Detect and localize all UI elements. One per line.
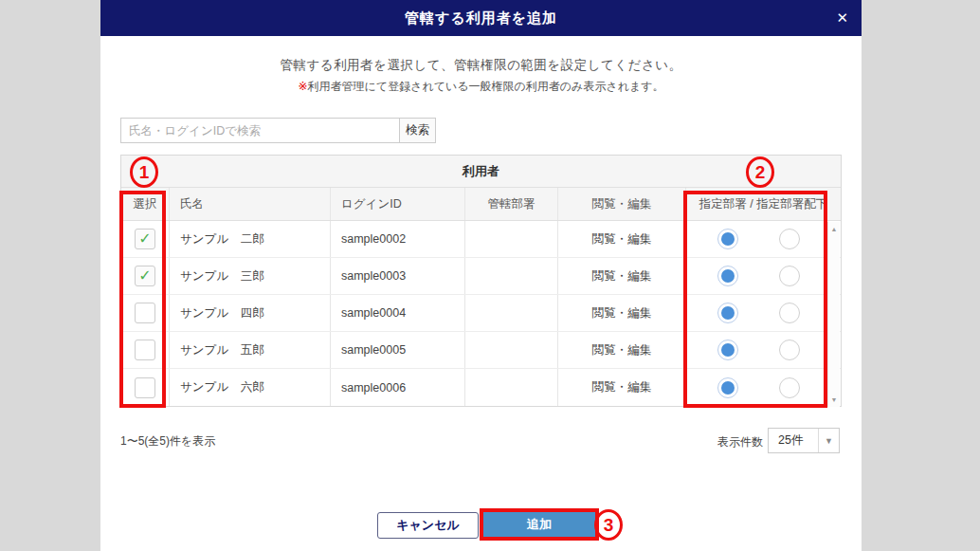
annotation-circle-3: 3 <box>594 509 623 541</box>
row-name: サンプル 五郎 <box>170 332 331 368</box>
table-header-row: 選択 氏名 ログインID 管轄部署 閲覧・編集 指定部署 / 指定部署配下 <box>121 188 841 221</box>
search-button[interactable]: 検索 <box>400 118 436 143</box>
note-asterisk: ※ <box>299 80 308 93</box>
table-row: ✓ サンプル 三郎 sample0003 閲覧・編集 <box>121 258 841 295</box>
column-header-select: 選択 <box>121 188 170 220</box>
row-login-id: sample0004 <box>331 295 465 331</box>
dialog-header: 管轄する利用者を追加 ✕ <box>100 0 862 36</box>
column-header-scope: 指定部署 / 指定部署配下 <box>686 188 841 220</box>
check-icon: ✓ <box>138 231 151 247</box>
row-permission: 閲覧・編集 <box>558 295 686 331</box>
chevron-down-icon[interactable]: ▼ <box>818 429 839 452</box>
dialog-note: ※利用者管理にて登録されている一般権限の利用者のみ表示されます。 <box>100 79 862 95</box>
dialog-title: 管轄する利用者を追加 <box>405 9 557 28</box>
page-size-label: 表示件数 <box>717 434 763 450</box>
table-row: ✓ サンプル 五郎 sample0005 閲覧・編集 <box>121 332 841 369</box>
note-text: 利用者管理にて登録されている一般権限の利用者のみ表示されます。 <box>308 80 664 93</box>
radio-designated-department[interactable] <box>717 377 738 398</box>
column-header-login-id: ログインID <box>331 188 465 220</box>
radio-dot <box>721 381 735 395</box>
row-checkbox[interactable]: ✓ <box>135 266 155 286</box>
table-row: ✓ サンプル 二郎 sample0002 閲覧・編集 <box>121 221 841 258</box>
row-department <box>465 258 558 294</box>
column-header-department: 管轄部署 <box>465 188 558 220</box>
table-body: ✓ サンプル 二郎 sample0002 閲覧・編集 ✓ サンプル 三郎 sam… <box>121 221 841 406</box>
radio-under-designated-department[interactable] <box>779 377 800 398</box>
row-permission: 閲覧・編集 <box>558 332 686 368</box>
table-scrollbar[interactable]: ▲ ▼ <box>827 222 840 407</box>
radio-designated-department[interactable] <box>717 266 738 286</box>
page-size-select[interactable]: 25件 ▼ <box>768 428 840 453</box>
row-login-id: sample0006 <box>331 369 465 406</box>
scope-radio-group <box>686 377 841 398</box>
row-name: サンプル 四郎 <box>170 295 331 331</box>
row-department <box>465 221 558 257</box>
row-checkbox[interactable]: ✓ <box>135 229 155 249</box>
scroll-down-icon[interactable]: ▼ <box>828 396 840 403</box>
radio-dot <box>721 232 735 246</box>
row-login-id: sample0002 <box>331 221 465 257</box>
search-input[interactable] <box>120 118 400 143</box>
scope-radio-group <box>686 229 841 249</box>
column-header-permission: 閲覧・編集 <box>558 188 686 220</box>
column-header-name: 氏名 <box>170 188 331 220</box>
row-name: サンプル 三郎 <box>170 258 331 294</box>
close-icon[interactable]: ✕ <box>836 0 848 36</box>
search-bar: 検索 <box>120 118 436 143</box>
row-permission: 閲覧・編集 <box>558 221 686 257</box>
radio-under-designated-department[interactable] <box>779 266 800 286</box>
row-checkbox[interactable]: ✓ <box>135 340 155 360</box>
row-login-id: sample0003 <box>331 258 465 294</box>
row-permission: 閲覧・編集 <box>558 369 686 406</box>
row-checkbox[interactable]: ✓ <box>135 303 155 323</box>
row-department <box>465 369 558 406</box>
cancel-button[interactable]: キャンセル <box>377 512 479 539</box>
radio-dot <box>721 269 735 283</box>
radio-dot <box>721 343 735 357</box>
result-count-text: 1〜5(全5)件を表示 <box>120 433 215 450</box>
check-icon: ✓ <box>138 268 151 284</box>
row-login-id: sample0005 <box>331 332 465 368</box>
dialog-description: 管轄する利用者を選択して、管轄権限の範囲を設定してください。 <box>100 57 862 74</box>
users-table: 利用者 選択 氏名 ログインID 管轄部署 閲覧・編集 指定部署 / 指定部署配… <box>120 155 842 407</box>
radio-under-designated-department[interactable] <box>779 303 800 323</box>
table-row: ✓ サンプル 四郎 sample0004 閲覧・編集 <box>121 295 841 332</box>
table-group-header: 利用者 <box>121 156 841 188</box>
row-department <box>465 295 558 331</box>
radio-under-designated-department[interactable] <box>779 340 800 360</box>
row-permission: 閲覧・編集 <box>558 258 686 294</box>
radio-designated-department[interactable] <box>717 303 738 323</box>
radio-designated-department[interactable] <box>717 229 738 249</box>
page-size-value: 25件 <box>769 429 818 452</box>
row-name: サンプル 六郎 <box>170 369 331 406</box>
add-button[interactable]: 追加 <box>483 512 595 537</box>
row-checkbox[interactable]: ✓ <box>135 377 155 398</box>
radio-under-designated-department[interactable] <box>779 229 800 249</box>
scroll-up-icon[interactable]: ▲ <box>828 226 840 232</box>
scope-radio-group <box>686 303 841 323</box>
add-managed-users-dialog: 管轄する利用者を追加 ✕ 管轄する利用者を選択して、管轄権限の範囲を設定してくだ… <box>100 0 862 551</box>
row-name: サンプル 二郎 <box>170 221 331 257</box>
table-row: ✓ サンプル 六郎 sample0006 閲覧・編集 <box>121 369 841 406</box>
scope-radio-group <box>686 340 841 360</box>
row-department <box>465 332 558 368</box>
scope-radio-group <box>686 266 841 286</box>
radio-designated-department[interactable] <box>717 340 738 360</box>
radio-dot <box>721 306 735 320</box>
